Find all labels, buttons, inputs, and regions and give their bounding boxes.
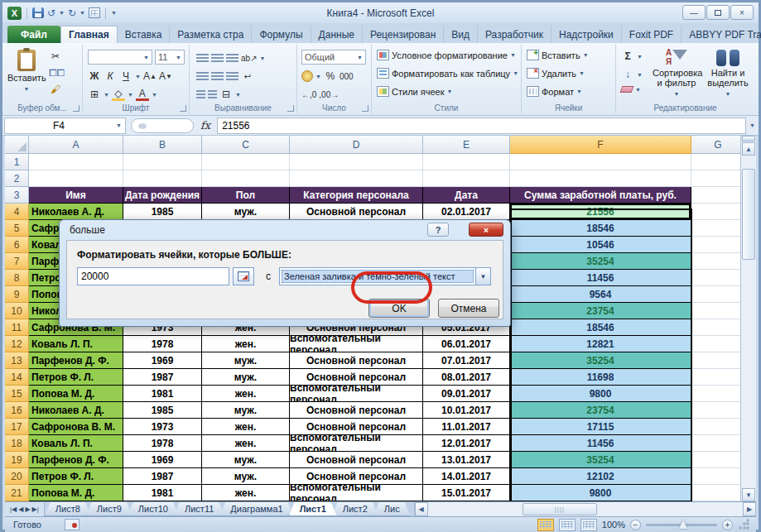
- column-header-F[interactable]: F: [510, 136, 691, 154]
- salary-cell[interactable]: 35254: [510, 253, 691, 270]
- date-cell[interactable]: 07.01.2017: [423, 352, 510, 369]
- style-button[interactable]: Форматировать как таблицу▼: [377, 68, 518, 79]
- empty-cell[interactable]: [691, 187, 745, 204]
- salary-cell[interactable]: 11456: [510, 270, 691, 286]
- row-header-18[interactable]: 18: [5, 435, 29, 452]
- column-header-C[interactable]: C: [202, 136, 290, 154]
- date-cell[interactable]: 09.01.2017: [423, 386, 510, 402]
- row-header-5[interactable]: 5: [5, 220, 29, 237]
- empty-cell[interactable]: [29, 154, 123, 170]
- decrease-indent-icon[interactable]: [196, 90, 205, 99]
- vertical-scrollbar[interactable]: ▲ ▼: [740, 136, 756, 501]
- salary-cell[interactable]: 12102: [510, 468, 691, 485]
- birth-year-cell[interactable]: 1985: [123, 402, 202, 419]
- tab-Foxit PDF[interactable]: Foxit PDF: [622, 26, 682, 43]
- sort-filter-button[interactable]: АЯ Сортировка и фильтр▼: [653, 48, 701, 99]
- tab-Разметка стра[interactable]: Разметка стра: [170, 26, 252, 43]
- row-header-3[interactable]: 3: [5, 187, 29, 204]
- autosum-icon[interactable]: Σ: [621, 50, 634, 63]
- sheet-tab-Лист2[interactable]: Лист2: [332, 502, 378, 516]
- date-cell[interactable]: 12.01.2017: [423, 435, 510, 452]
- empty-cell[interactable]: [691, 402, 745, 419]
- column-header-D[interactable]: D: [290, 136, 423, 154]
- range-picker-button[interactable]: [233, 267, 254, 285]
- empty-cell[interactable]: [423, 170, 510, 187]
- resize-grip[interactable]: [738, 519, 749, 530]
- empty-cell[interactable]: [691, 286, 745, 303]
- name-box-dropdown-icon[interactable]: ▼: [116, 122, 122, 128]
- horizontal-scrollbar[interactable]: ◀ |||| ▶: [414, 502, 756, 516]
- horizontal-scroll-thumb[interactable]: ||||: [523, 503, 597, 515]
- name-cell[interactable]: Коваль Л. П.: [29, 336, 123, 352]
- format-painter-icon[interactable]: 🖌: [49, 83, 62, 96]
- increase-indent-icon[interactable]: [208, 90, 217, 99]
- empty-cell[interactable]: [202, 154, 290, 170]
- name-cell[interactable]: Петров Ф. Л.: [29, 369, 123, 386]
- salary-cell[interactable]: 18546: [510, 319, 691, 336]
- tab-Рецензирован[interactable]: Рецензирован: [363, 26, 444, 43]
- row-header-6[interactable]: 6: [5, 237, 29, 253]
- number-dialog-launcher[interactable]: [362, 105, 368, 112]
- name-cell[interactable]: Попова М. Д.: [29, 386, 123, 402]
- salary-cell[interactable]: 18546: [510, 220, 691, 237]
- sheet-tab-Лист11[interactable]: Лист11: [174, 502, 224, 516]
- grow-font-button[interactable]: А▲: [143, 69, 157, 83]
- empty-cell[interactable]: [691, 319, 745, 336]
- date-cell[interactable]: 06.01.2017: [423, 336, 510, 352]
- row-header-14[interactable]: 14: [5, 369, 29, 386]
- row-header-10[interactable]: 10: [5, 303, 29, 319]
- empty-cell[interactable]: [691, 386, 745, 402]
- page-break-view-icon[interactable]: [580, 519, 597, 531]
- row-header-15[interactable]: 15: [5, 386, 29, 402]
- clear-icon[interactable]: [620, 86, 634, 93]
- expand-formula-bar-icon[interactable]: ▼: [749, 122, 755, 128]
- minimize-button[interactable]: —: [682, 5, 706, 20]
- empty-cell[interactable]: [510, 170, 691, 187]
- empty-cell[interactable]: [691, 204, 745, 220]
- salary-cell[interactable]: 9564: [510, 286, 691, 303]
- gender-cell[interactable]: жен.: [202, 485, 290, 501]
- tab-Вид[interactable]: Вид: [444, 26, 478, 43]
- empty-cell[interactable]: [510, 154, 691, 170]
- borders-icon[interactable]: ⊞: [88, 88, 101, 101]
- normal-view-icon[interactable]: [537, 519, 554, 531]
- empty-cell[interactable]: [691, 237, 745, 253]
- dropdown-arrow-icon[interactable]: ▼: [475, 268, 490, 285]
- row-header-13[interactable]: 13: [5, 352, 29, 369]
- category-cell[interactable]: Вспомогательный персонал: [290, 485, 423, 501]
- scroll-right-icon[interactable]: ▶: [743, 502, 756, 516]
- column-header-B[interactable]: B: [123, 136, 202, 154]
- currency-icon[interactable]: [301, 70, 313, 82]
- copy-icon[interactable]: ⧠⧠: [49, 66, 65, 79]
- empty-cell[interactable]: [691, 270, 745, 286]
- salary-cell[interactable]: 23754: [510, 402, 691, 419]
- table-header-cell[interactable]: Дата: [423, 187, 510, 204]
- zoom-slider-thumb[interactable]: [679, 520, 687, 529]
- empty-cell[interactable]: [423, 154, 510, 170]
- cut-icon[interactable]: ✂: [49, 50, 62, 63]
- first-sheet-icon[interactable]: |◀: [10, 506, 17, 513]
- gender-cell[interactable]: муж.: [202, 204, 290, 220]
- page-layout-view-icon[interactable]: [559, 519, 576, 531]
- active-cell[interactable]: 21556: [510, 204, 691, 220]
- last-sheet-icon[interactable]: ▶|: [32, 506, 39, 513]
- birth-year-cell[interactable]: 1987: [123, 369, 202, 386]
- empty-cell[interactable]: [691, 419, 745, 435]
- select-all-corner[interactable]: [5, 136, 29, 154]
- date-cell[interactable]: 15.01.2017: [423, 485, 510, 501]
- name-cell[interactable]: Петров Ф. Л.: [29, 468, 123, 485]
- empty-cell[interactable]: [691, 468, 745, 485]
- zoom-out-icon[interactable]: −: [630, 520, 641, 530]
- tab-file[interactable]: Файл: [7, 26, 60, 43]
- row-header-1[interactable]: 1: [5, 154, 29, 170]
- cell-op-button[interactable]: Удалить▼: [527, 68, 585, 79]
- zoom-slider[interactable]: [646, 524, 717, 526]
- empty-cell[interactable]: [691, 154, 745, 170]
- scroll-up-icon[interactable]: ▲: [742, 142, 755, 156]
- tab-Данные[interactable]: Данные: [311, 26, 363, 43]
- percent-icon[interactable]: %: [324, 69, 337, 83]
- dialog-close-button[interactable]: ×: [469, 223, 503, 237]
- birth-year-cell[interactable]: 1973: [123, 419, 202, 435]
- gender-cell[interactable]: жен.: [202, 386, 290, 402]
- column-header-E[interactable]: E: [423, 136, 510, 154]
